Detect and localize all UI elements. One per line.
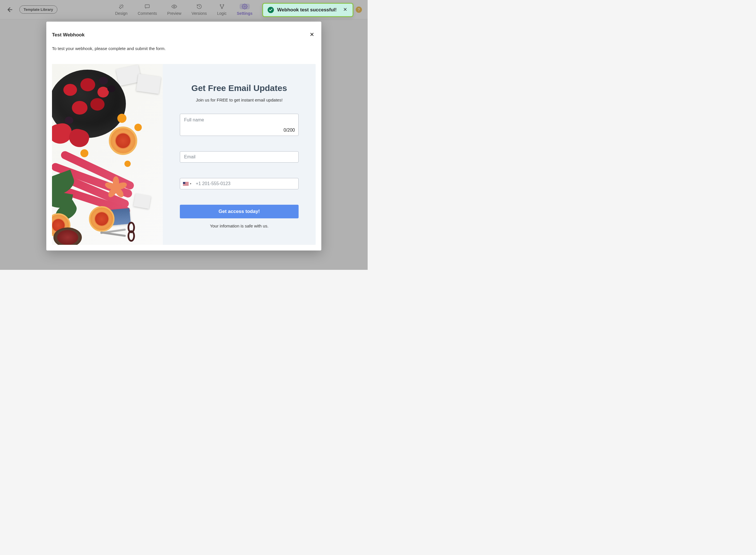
us-flag-icon <box>183 182 189 186</box>
email-field[interactable]: Email <box>180 151 298 163</box>
modal-close-button[interactable] <box>308 31 316 39</box>
form-fields-panel: Get Free Email Updates Join us for FREE … <box>163 64 316 245</box>
form-hero-image <box>52 64 163 245</box>
close-icon <box>310 32 315 37</box>
close-icon <box>343 7 347 12</box>
toast-close-button[interactable] <box>342 6 348 13</box>
modal-subtitle: To test your webhook, please complete an… <box>46 46 321 64</box>
success-toast: Webhook test successful! <box>262 3 353 17</box>
chevron-down-icon: ▼ <box>189 182 192 185</box>
modal-title: Test Webhook <box>52 32 85 38</box>
submit-button[interactable]: Get access today! <box>180 205 298 218</box>
phone-placeholder: +1 201-555-0123 <box>195 181 230 186</box>
check-circle-icon <box>268 7 274 13</box>
country-selector[interactable]: ▼ <box>180 178 195 189</box>
privacy-note: Your infomation is safe with us. <box>210 223 269 228</box>
char-counter: 0/200 <box>284 128 295 133</box>
test-webhook-modal: Test Webhook To test your webhook, pleas… <box>46 22 321 251</box>
form-preview: Get Free Email Updates Join us for FREE … <box>52 64 316 245</box>
form-title: Get Free Email Updates <box>191 83 287 93</box>
form-subtitle: Join us for FREE to get instant email up… <box>196 97 282 102</box>
phone-field[interactable]: ▼ +1 201-555-0123 <box>180 178 298 189</box>
email-placeholder: Email <box>184 155 195 160</box>
full-name-placeholder: Full name <box>184 118 204 122</box>
full-name-field[interactable]: Full name 0/200 <box>180 114 298 136</box>
toast-message: Webhook test successful! <box>277 7 337 13</box>
